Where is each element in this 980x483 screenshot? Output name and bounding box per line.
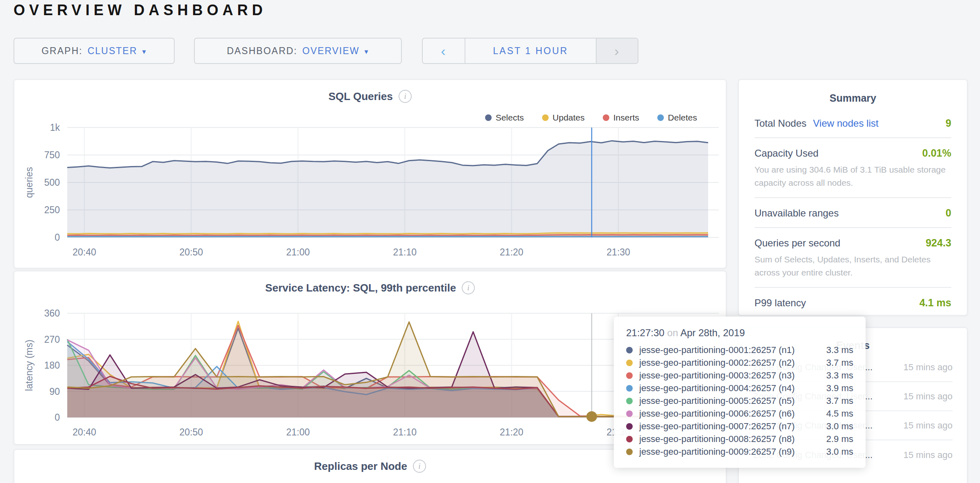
- info-icon[interactable]: i: [413, 460, 426, 473]
- event-timestamp: 15 mins ago: [891, 361, 953, 374]
- tooltip-node-name: jesse-geo-partitioning-0006:26257 (n6): [639, 408, 820, 419]
- event-timestamp: 15 mins ago: [891, 390, 953, 403]
- tooltip-row: jesse-geo-partitioning-0003:26257 (n3)3.…: [626, 369, 866, 382]
- info-icon[interactable]: i: [462, 281, 475, 294]
- series-dot-icon: [626, 385, 633, 392]
- summary-row-unavailable-ranges: Unavailable ranges 0: [754, 198, 951, 228]
- series-dot-icon: [626, 398, 633, 404]
- tooltip-node-value: 3.3 ms: [826, 345, 853, 355]
- chevron-right-icon: ›: [614, 43, 620, 59]
- tooltip-node-value: 3.3 ms: [826, 370, 853, 381]
- tooltip-rows: jesse-geo-partitioning-0001:26257 (n1)3.…: [626, 344, 866, 458]
- unavailable-ranges-value: 0: [946, 207, 951, 219]
- view-nodes-list-link[interactable]: View nodes list: [813, 118, 879, 129]
- svg-text:0: 0: [55, 412, 60, 423]
- svg-text:250: 250: [44, 205, 60, 215]
- dashboard-dropdown[interactable]: DASHBOARD: OVERVIEW ▾: [194, 38, 402, 64]
- tooltip-row: jesse-geo-partitioning-0009:26257 (n9)3.…: [626, 445, 866, 458]
- sql-queries-title: SQL Queries: [328, 90, 393, 103]
- capacity-used-value: 0.01%: [922, 147, 951, 159]
- time-window-label[interactable]: LAST 1 HOUR: [465, 39, 596, 63]
- time-window-next-button[interactable]: ›: [596, 39, 638, 63]
- queries-per-second-label: Queries per second: [754, 237, 840, 249]
- tooltip-node-name: jesse-geo-partitioning-0001:26257 (n1): [639, 345, 820, 355]
- sql-queries-chart[interactable]: 02505007501k20:4020:5021:0021:1021:2021:…: [20, 119, 721, 263]
- svg-text:270: 270: [44, 334, 60, 345]
- capacity-used-label: Capacity Used: [754, 148, 818, 159]
- series-dot-icon: [626, 360, 633, 366]
- total-nodes-value: 9: [946, 117, 951, 129]
- svg-text:21:30: 21:30: [606, 247, 630, 257]
- svg-text:21:20: 21:20: [500, 427, 524, 437]
- graph-dropdown[interactable]: GRAPH: CLUSTER ▾: [14, 38, 175, 64]
- svg-text:90: 90: [49, 386, 60, 397]
- svg-text:21:00: 21:00: [286, 427, 310, 437]
- info-icon[interactable]: i: [399, 90, 412, 103]
- tooltip-row: jesse-geo-partitioning-0006:26257 (n6)4.…: [626, 407, 866, 420]
- tooltip-on: on: [667, 327, 678, 338]
- replicas-per-node-title: Replicas per Node: [314, 460, 407, 473]
- svg-text:21:10: 21:10: [393, 247, 417, 257]
- capacity-used-description: You are using 304.6 MiB of 3.1 TiB usabl…: [754, 163, 951, 189]
- chart-hover-tooltip: 21:27:30 on Apr 28th, 2019 jesse-geo-par…: [614, 317, 866, 468]
- svg-text:20:40: 20:40: [73, 427, 96, 437]
- chevron-left-icon: ‹: [441, 43, 446, 59]
- time-window-selector: ‹ LAST 1 HOUR ›: [422, 38, 638, 64]
- tooltip-row: jesse-geo-partitioning-0002:26257 (n2)3.…: [626, 356, 866, 369]
- sql-queries-panel: SQL Queries i SelectsUpdatesInsertsDelet…: [14, 79, 727, 269]
- tooltip-node-name: jesse-geo-partitioning-0002:26257 (n2): [639, 358, 820, 368]
- series-dot-icon: [626, 372, 633, 379]
- service-latency-title: Service Latency: SQL, 99th percentile: [265, 282, 456, 294]
- svg-text:360: 360: [44, 308, 60, 319]
- queries-per-second-value: 924.3: [925, 237, 951, 249]
- tooltip-row: jesse-geo-partitioning-0004:26257 (n4)3.…: [626, 382, 866, 394]
- graph-dropdown-value: CLUSTER: [87, 46, 137, 57]
- svg-text:0: 0: [55, 232, 60, 243]
- tooltip-node-value: 3.9 ms: [826, 383, 853, 394]
- event-timestamp: 15 mins ago: [891, 419, 953, 432]
- summary-title: Summary: [754, 92, 951, 104]
- svg-text:20:50: 20:50: [179, 427, 203, 437]
- svg-text:1k: 1k: [50, 122, 60, 133]
- tooltip-node-value: 2.9 ms: [826, 434, 853, 444]
- series-dot-icon: [626, 423, 633, 430]
- svg-text:21:20: 21:20: [500, 247, 524, 257]
- svg-text:180: 180: [44, 360, 60, 371]
- tooltip-row: jesse-geo-partitioning-0005:26257 (n5)3.…: [626, 394, 866, 407]
- p99-latency-label: P99 latency: [754, 297, 806, 309]
- dashboard-dropdown-label: DASHBOARD:: [227, 46, 297, 57]
- chevron-down-icon: ▾: [142, 46, 147, 56]
- svg-text:500: 500: [44, 177, 60, 188]
- summary-row-p99-latency: P99 latency 4.1 ms: [754, 288, 951, 317]
- svg-text:queries: queries: [24, 167, 34, 198]
- tooltip-row: jesse-geo-partitioning-0001:26257 (n1)3.…: [626, 344, 866, 356]
- tooltip-header: 21:27:30 on Apr 28th, 2019: [626, 327, 866, 339]
- tooltip-node-value: 3.7 ms: [826, 358, 853, 368]
- tooltip-node-name: jesse-geo-partitioning-0008:26257 (n8): [639, 434, 820, 444]
- series-dot-icon: [626, 436, 633, 442]
- tooltip-node-name: jesse-geo-partitioning-0005:26257 (n5): [639, 396, 820, 406]
- svg-text:21:00: 21:00: [286, 247, 310, 257]
- tooltip-node-value: 4.5 ms: [826, 408, 853, 419]
- tooltip-node-name: jesse-geo-partitioning-0003:26257 (n3): [639, 370, 820, 381]
- svg-text:latency (ms): latency (ms): [24, 339, 34, 391]
- dashboard-dropdown-value: OVERVIEW: [302, 46, 360, 57]
- chevron-down-icon: ▾: [365, 46, 369, 56]
- p99-latency-value: 4.1 ms: [919, 297, 951, 309]
- svg-text:20:50: 20:50: [179, 247, 203, 257]
- time-window-prev-button[interactable]: ‹: [423, 39, 465, 63]
- queries-per-second-description: Sum of Selects, Updates, Inserts, and De…: [754, 253, 951, 279]
- series-dot-icon: [626, 410, 633, 417]
- unavailable-ranges-label: Unavailable ranges: [754, 207, 839, 219]
- tooltip-date: Apr 28th, 2019: [680, 327, 745, 338]
- total-nodes-label: Total Nodes: [754, 118, 807, 129]
- tooltip-node-name: jesse-geo-partitioning-0004:26257 (n4): [639, 383, 820, 394]
- summary-row-total-nodes: Total Nodes View nodes list 9: [754, 108, 951, 138]
- tooltip-row: jesse-geo-partitioning-0008:26257 (n8)2.…: [626, 433, 866, 445]
- series-dot-icon: [626, 449, 633, 455]
- tooltip-row: jesse-geo-partitioning-0007:26257 (n7)3.…: [626, 420, 866, 433]
- page-title: OVERVIEW DASHBOARD: [14, 2, 267, 19]
- tooltip-node-name: jesse-geo-partitioning-0009:26257 (n9): [639, 447, 820, 457]
- svg-text:21:10: 21:10: [393, 427, 417, 437]
- tooltip-time: 21:27:30: [626, 327, 664, 338]
